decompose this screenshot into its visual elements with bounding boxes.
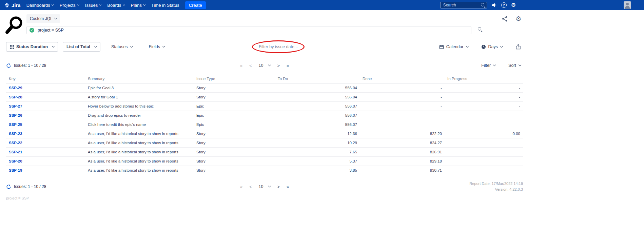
jql-input[interactable]	[37, 27, 468, 33]
sort-dropdown[interactable]: Sort	[506, 63, 523, 68]
announcement-icon[interactable]	[491, 3, 497, 7]
last-page-button[interactable]: »	[287, 184, 289, 189]
report-meta: Report Date: 17/Mar/2022 14:19 Version: …	[469, 181, 523, 192]
statuses-label: Statuses	[111, 44, 128, 49]
issue-summary: A story for Goal 1	[85, 93, 194, 102]
done-value: -	[360, 120, 445, 129]
issue-key-link[interactable]: SSP-22	[9, 141, 22, 145]
issue-type: Story	[194, 93, 275, 102]
jql-field: ✓	[26, 26, 471, 34]
date-filter-placeholder: Filter by issue date...	[259, 44, 298, 49]
version-label: Version: 4.22.0.3	[469, 187, 523, 192]
issue-summary: As a user, I'd like a historical story t…	[85, 129, 194, 138]
filter-dropdown[interactable]: Filter	[479, 63, 497, 68]
issue-key-link[interactable]: SSP-25	[9, 122, 22, 127]
units-label: Days	[488, 44, 498, 49]
nav-item-issues[interactable]: Issues	[82, 0, 104, 10]
global-search	[440, 2, 487, 8]
page-size-dropdown[interactable]: 10	[259, 184, 271, 189]
todo-value: 7.65	[275, 148, 360, 157]
issue-summary: Click here to edit this epic's name	[85, 120, 194, 129]
check-glyph: ✓	[31, 28, 33, 32]
chevron-down-icon	[268, 63, 271, 66]
query-section: Custom JQL ⚙ ✓	[0, 10, 529, 37]
nav-item-plans[interactable]: Plans	[128, 0, 149, 10]
table-row: SSP-21 As a user, I'd like a historical …	[6, 148, 523, 157]
nav-item-projects[interactable]: Projects	[57, 0, 82, 10]
chevron-down-icon	[143, 3, 145, 5]
chevron-down-icon	[519, 63, 521, 66]
chevron-down-icon	[268, 185, 271, 187]
custom-jql-dropdown[interactable]: Custom JQL	[26, 14, 60, 23]
table-row: SSP-29 Epic for Goal 3 Story 556.04 - -	[6, 83, 523, 93]
table-row: SSP-20 As a user, I'd like a historical …	[6, 157, 523, 166]
search-icon[interactable]	[481, 3, 486, 8]
settings-gear-icon[interactable]: ⚙	[515, 15, 522, 22]
table-row: SSP-22 As a user, I'd like a historical …	[6, 138, 523, 148]
jql-search-button[interactable]	[477, 26, 484, 34]
chevron-down-icon	[99, 3, 101, 5]
report-actions: ⚙	[502, 15, 522, 22]
issue-type: Epic	[194, 111, 275, 120]
export-button[interactable]	[513, 44, 523, 50]
issues-table: Key Summary Issue Type To Do Done In Pro…	[6, 74, 523, 175]
issue-summary: Epic for Goal 3	[85, 83, 194, 93]
help-icon[interactable]: ?	[501, 2, 507, 8]
issue-date-filter[interactable]: Filter by issue date...	[259, 44, 298, 49]
prev-page-button[interactable]: <	[249, 184, 252, 189]
report-type-label: Status Duration	[16, 44, 48, 49]
inprogress-value	[445, 157, 523, 166]
nav-item-time-in-status[interactable]: Time in Status	[148, 0, 182, 10]
chevron-down-icon	[77, 3, 79, 5]
nav-item-label: Issues	[85, 3, 98, 8]
nav-item-dashboards[interactable]: Dashboards	[23, 0, 57, 10]
page-size-value: 10	[259, 63, 264, 68]
issue-key-link[interactable]: SSP-23	[9, 132, 22, 136]
issue-key-link[interactable]: SSP-21	[9, 150, 22, 154]
inprogress-value	[445, 166, 523, 175]
first-page-button[interactable]: «	[240, 63, 242, 68]
page-size-dropdown[interactable]: 10	[259, 63, 271, 68]
column-header-done: Done	[360, 74, 445, 83]
share-icon[interactable]	[502, 16, 508, 22]
jira-home-link[interactable]: Jira	[4, 2, 21, 8]
issue-key-link[interactable]: SSP-26	[9, 113, 22, 117]
jql-valid-icon: ✓	[30, 28, 34, 33]
filter-label: Filter	[481, 63, 491, 68]
issues-count-label: Issues: 1 - 10 / 28	[14, 184, 46, 189]
issue-type: Epic	[194, 102, 275, 111]
report-type-dropdown[interactable]: Status Duration	[6, 42, 58, 52]
issue-key-link[interactable]: SSP-29	[9, 86, 22, 90]
nav-item-boards[interactable]: Boards	[104, 0, 128, 10]
issue-key-link[interactable]: SSP-28	[9, 95, 22, 99]
first-page-button[interactable]: «	[240, 184, 242, 189]
chevron-down-icon	[162, 45, 165, 48]
last-page-button[interactable]: »	[287, 63, 289, 68]
calendar-dropdown[interactable]: Calendar	[437, 44, 470, 50]
admin-gear-icon[interactable]: ⚙	[511, 2, 516, 8]
user-avatar[interactable]	[624, 1, 631, 9]
nav-item-label: Projects	[60, 3, 76, 8]
help-glyph: ?	[503, 3, 505, 7]
report-date-label: Report Date: 17/Mar/2022 14:19	[469, 181, 523, 187]
view-type-dropdown[interactable]: List of Total	[63, 42, 100, 52]
issue-key-link[interactable]: SSP-27	[9, 104, 22, 108]
time-units-dropdown[interactable]: Days	[479, 44, 505, 50]
prev-page-button[interactable]: <	[249, 63, 252, 68]
jira-logo-icon	[4, 2, 10, 8]
issue-type: Story	[194, 129, 275, 138]
create-button[interactable]: Create	[185, 1, 206, 9]
table-row: SSP-23 As a user, I'd like a historical …	[6, 129, 523, 138]
issue-key-link[interactable]: SSP-19	[9, 168, 22, 172]
fields-dropdown[interactable]: Fields	[147, 44, 167, 50]
issue-summary: As a user, I'd like a historical story t…	[85, 148, 194, 157]
next-page-button[interactable]: >	[277, 184, 280, 189]
chevron-down-icon	[493, 63, 496, 66]
refresh-button[interactable]	[6, 63, 11, 68]
refresh-button[interactable]	[6, 184, 11, 189]
search-input[interactable]	[440, 2, 487, 8]
statuses-dropdown[interactable]: Statuses	[109, 44, 135, 50]
table-row: SSP-26 Drag and drop epics to reorder Ep…	[6, 111, 523, 120]
issue-key-link[interactable]: SSP-20	[9, 159, 22, 163]
next-page-button[interactable]: >	[277, 63, 280, 68]
